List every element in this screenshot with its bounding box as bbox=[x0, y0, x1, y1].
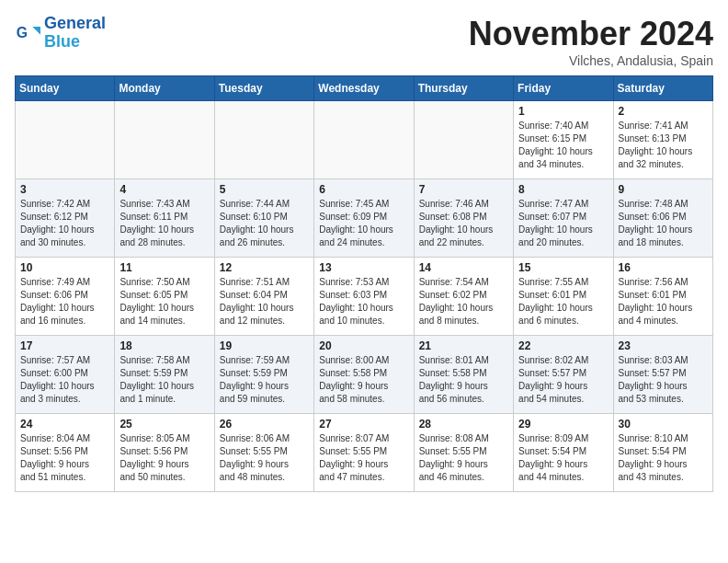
calendar-cell: 27Sunrise: 8:07 AM Sunset: 5:55 PM Dayli… bbox=[314, 414, 414, 492]
calendar-cell: 3Sunrise: 7:42 AM Sunset: 6:12 PM Daylig… bbox=[16, 179, 115, 258]
calendar-cell: 29Sunrise: 8:09 AM Sunset: 5:54 PM Dayli… bbox=[514, 414, 613, 492]
day-number: 29 bbox=[518, 418, 608, 431]
day-info: Sunrise: 7:41 AM Sunset: 6:13 PM Dayligh… bbox=[619, 120, 708, 171]
day-info: Sunrise: 7:49 AM Sunset: 6:06 PM Dayligh… bbox=[20, 276, 109, 327]
weekday-header: Friday bbox=[514, 76, 613, 101]
weekday-header: Saturday bbox=[613, 76, 712, 101]
day-number: 10 bbox=[20, 261, 109, 274]
calendar-cell: 14Sunrise: 7:54 AM Sunset: 6:02 PM Dayli… bbox=[414, 258, 513, 336]
calendar-body: 1Sunrise: 7:40 AM Sunset: 6:15 PM Daylig… bbox=[16, 101, 713, 492]
calendar-cell: 2Sunrise: 7:41 AM Sunset: 6:13 PM Daylig… bbox=[613, 101, 712, 179]
calendar-cell: 5Sunrise: 7:44 AM Sunset: 6:10 PM Daylig… bbox=[214, 179, 313, 258]
day-number: 19 bbox=[220, 339, 309, 352]
day-number: 14 bbox=[419, 261, 508, 274]
day-number: 20 bbox=[319, 339, 408, 352]
day-info: Sunrise: 7:50 AM Sunset: 6:05 PM Dayligh… bbox=[119, 276, 209, 327]
weekday-header: Tuesday bbox=[214, 76, 313, 101]
day-info: Sunrise: 7:47 AM Sunset: 6:07 PM Dayligh… bbox=[518, 198, 608, 249]
day-number: 1 bbox=[518, 105, 608, 118]
calendar-cell: 22Sunrise: 8:02 AM Sunset: 5:57 PM Dayli… bbox=[514, 336, 613, 414]
calendar-cell: 28Sunrise: 8:08 AM Sunset: 5:55 PM Dayli… bbox=[414, 414, 513, 492]
calendar-cell: 12Sunrise: 7:51 AM Sunset: 6:04 PM Dayli… bbox=[214, 258, 313, 336]
weekday-row: SundayMondayTuesdayWednesdayThursdayFrid… bbox=[16, 76, 713, 101]
day-info: Sunrise: 7:48 AM Sunset: 6:06 PM Dayligh… bbox=[619, 198, 708, 249]
logo-icon: G bbox=[15, 20, 40, 46]
day-number: 16 bbox=[619, 261, 708, 274]
day-number: 5 bbox=[220, 183, 309, 196]
day-number: 8 bbox=[518, 183, 608, 196]
calendar-cell bbox=[414, 101, 513, 179]
calendar-cell: 1Sunrise: 7:40 AM Sunset: 6:15 PM Daylig… bbox=[514, 101, 613, 179]
calendar-cell: 23Sunrise: 8:03 AM Sunset: 5:57 PM Dayli… bbox=[613, 336, 712, 414]
day-number: 17 bbox=[20, 339, 109, 352]
logo-text: General Blue bbox=[44, 15, 106, 52]
calendar-week-row: 1Sunrise: 7:40 AM Sunset: 6:15 PM Daylig… bbox=[16, 101, 713, 179]
calendar-cell: 20Sunrise: 8:00 AM Sunset: 5:58 PM Dayli… bbox=[314, 336, 414, 414]
day-number: 18 bbox=[119, 339, 209, 352]
month-title: November 2024 bbox=[469, 15, 713, 53]
calendar-cell: 6Sunrise: 7:45 AM Sunset: 6:09 PM Daylig… bbox=[314, 179, 414, 258]
calendar-cell: 7Sunrise: 7:46 AM Sunset: 6:08 PM Daylig… bbox=[414, 179, 513, 258]
calendar-cell: 13Sunrise: 7:53 AM Sunset: 6:03 PM Dayli… bbox=[314, 258, 414, 336]
day-info: Sunrise: 7:57 AM Sunset: 6:00 PM Dayligh… bbox=[20, 354, 109, 406]
day-info: Sunrise: 8:07 AM Sunset: 5:55 PM Dayligh… bbox=[319, 432, 408, 484]
day-info: Sunrise: 7:42 AM Sunset: 6:12 PM Dayligh… bbox=[20, 198, 109, 249]
day-number: 26 bbox=[220, 418, 309, 431]
logo-line2: Blue bbox=[44, 32, 80, 51]
day-number: 27 bbox=[319, 418, 408, 431]
calendar-cell: 19Sunrise: 7:59 AM Sunset: 5:59 PM Dayli… bbox=[214, 336, 313, 414]
calendar-cell bbox=[115, 101, 214, 179]
weekday-header: Monday bbox=[115, 76, 214, 101]
calendar-cell: 30Sunrise: 8:10 AM Sunset: 5:54 PM Dayli… bbox=[613, 414, 712, 492]
day-number: 30 bbox=[619, 418, 708, 431]
calendar-week-row: 24Sunrise: 8:04 AM Sunset: 5:56 PM Dayli… bbox=[16, 414, 713, 492]
logo-line1: General bbox=[44, 14, 106, 32]
day-number: 11 bbox=[119, 261, 209, 274]
day-number: 25 bbox=[119, 418, 209, 431]
day-info: Sunrise: 7:44 AM Sunset: 6:10 PM Dayligh… bbox=[220, 198, 309, 249]
logo: G General Blue bbox=[15, 15, 106, 52]
day-info: Sunrise: 8:08 AM Sunset: 5:55 PM Dayligh… bbox=[419, 432, 508, 484]
weekday-header: Sunday bbox=[16, 76, 115, 101]
day-info: Sunrise: 7:53 AM Sunset: 6:03 PM Dayligh… bbox=[319, 276, 408, 327]
day-number: 21 bbox=[419, 339, 508, 352]
day-info: Sunrise: 7:40 AM Sunset: 6:15 PM Dayligh… bbox=[518, 120, 608, 171]
calendar-cell bbox=[214, 101, 313, 179]
calendar-cell: 26Sunrise: 8:06 AM Sunset: 5:55 PM Dayli… bbox=[214, 414, 313, 492]
day-number: 28 bbox=[419, 418, 508, 431]
weekday-header: Wednesday bbox=[314, 76, 414, 101]
calendar-header: SundayMondayTuesdayWednesdayThursdayFrid… bbox=[16, 76, 713, 101]
day-info: Sunrise: 7:43 AM Sunset: 6:11 PM Dayligh… bbox=[119, 198, 209, 249]
weekday-header: Thursday bbox=[414, 76, 513, 101]
calendar-week-row: 17Sunrise: 7:57 AM Sunset: 6:00 PM Dayli… bbox=[16, 336, 713, 414]
svg-marker-1 bbox=[32, 27, 40, 35]
day-info: Sunrise: 7:54 AM Sunset: 6:02 PM Dayligh… bbox=[419, 276, 508, 327]
day-info: Sunrise: 7:58 AM Sunset: 5:59 PM Dayligh… bbox=[119, 354, 209, 406]
day-number: 2 bbox=[619, 105, 708, 118]
day-info: Sunrise: 8:01 AM Sunset: 5:58 PM Dayligh… bbox=[419, 354, 508, 406]
day-number: 24 bbox=[20, 418, 109, 431]
calendar-cell: 17Sunrise: 7:57 AM Sunset: 6:00 PM Dayli… bbox=[16, 336, 115, 414]
day-number: 23 bbox=[619, 339, 708, 352]
day-number: 6 bbox=[319, 183, 408, 196]
day-info: Sunrise: 7:46 AM Sunset: 6:08 PM Dayligh… bbox=[419, 198, 508, 249]
calendar-cell: 8Sunrise: 7:47 AM Sunset: 6:07 PM Daylig… bbox=[514, 179, 613, 258]
day-info: Sunrise: 8:05 AM Sunset: 5:56 PM Dayligh… bbox=[119, 432, 209, 484]
calendar-cell bbox=[16, 101, 115, 179]
calendar-week-row: 10Sunrise: 7:49 AM Sunset: 6:06 PM Dayli… bbox=[16, 258, 713, 336]
calendar-cell: 18Sunrise: 7:58 AM Sunset: 5:59 PM Dayli… bbox=[115, 336, 214, 414]
day-info: Sunrise: 7:59 AM Sunset: 5:59 PM Dayligh… bbox=[220, 354, 309, 406]
calendar-cell: 16Sunrise: 7:56 AM Sunset: 6:01 PM Dayli… bbox=[613, 258, 712, 336]
title-block: November 2024 Vilches, Andalusia, Spain bbox=[469, 15, 713, 68]
calendar-cell: 4Sunrise: 7:43 AM Sunset: 6:11 PM Daylig… bbox=[115, 179, 214, 258]
calendar-cell: 9Sunrise: 7:48 AM Sunset: 6:06 PM Daylig… bbox=[613, 179, 712, 258]
day-number: 15 bbox=[518, 261, 608, 274]
calendar-cell bbox=[314, 101, 414, 179]
day-info: Sunrise: 7:51 AM Sunset: 6:04 PM Dayligh… bbox=[220, 276, 309, 327]
day-info: Sunrise: 8:04 AM Sunset: 5:56 PM Dayligh… bbox=[20, 432, 109, 484]
svg-text:G: G bbox=[17, 25, 28, 40]
calendar-week-row: 3Sunrise: 7:42 AM Sunset: 6:12 PM Daylig… bbox=[16, 179, 713, 258]
day-number: 22 bbox=[518, 339, 608, 352]
day-number: 3 bbox=[20, 183, 109, 196]
day-info: Sunrise: 8:02 AM Sunset: 5:57 PM Dayligh… bbox=[518, 354, 608, 406]
